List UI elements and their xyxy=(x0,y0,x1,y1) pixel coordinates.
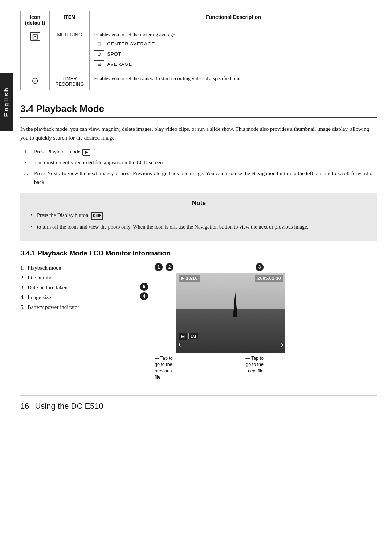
table-row: ⊡ METERING Enables you to set the meteri… xyxy=(21,29,377,73)
col-header-icon: Icon (default) xyxy=(21,11,50,29)
spot-label: SPOT xyxy=(107,49,121,59)
side-tab: English xyxy=(0,73,13,131)
average-label: AVERAGE xyxy=(107,60,132,69)
col-header-desc: Functional Description xyxy=(90,11,377,29)
section-divider xyxy=(20,117,377,118)
note-title: Note xyxy=(30,200,367,207)
list-item: 3. Press Next › to view the next image, … xyxy=(24,169,377,186)
timer-item: TIMERRECORDING xyxy=(50,73,90,90)
timer-icon: ◎ xyxy=(32,76,38,84)
center-avg-icon: ⊡ xyxy=(94,40,104,48)
metering-desc: Enables you to set the metering average.… xyxy=(90,29,377,73)
footer: 16 Using the DC E510 xyxy=(20,395,377,411)
callout-circle-5: 5 xyxy=(140,283,148,291)
callout-circle-2: 2 xyxy=(166,263,173,271)
table-row: ◎ TIMERRECORDING Enables you to set the … xyxy=(21,73,377,90)
list-item: 2. The most recently recorded file appea… xyxy=(24,158,377,167)
footer-title: Using the DC E510 xyxy=(35,402,103,411)
center-avg-label: CENTER AVERAGE xyxy=(107,39,155,49)
right-column: 1 2 3 5 4 xyxy=(133,263,377,381)
section-3-4-heading: 3.4 Playback Mode xyxy=(20,103,377,114)
play-icon xyxy=(181,276,184,281)
tap-labels: — Tap togo to thepreviousfile — Tap togo… xyxy=(155,355,264,381)
list-item: 4. Image size xyxy=(20,293,122,302)
timer-desc: Enables you to set the camera to start r… xyxy=(90,73,377,90)
features-table: Icon (default) Item Functional Descripti… xyxy=(20,11,377,90)
list-item: 1. Press Playback mode ▶ . xyxy=(24,147,377,156)
list-item: 1. Playback mode xyxy=(20,263,122,273)
nav-arrow-left: ‹ xyxy=(178,338,181,350)
tap-next-label: — Tap togo to thenext file xyxy=(245,355,264,381)
lcd-screen: 5 4 10/10 xyxy=(155,273,285,353)
tap-previous-label: — Tap togo to thepreviousfile xyxy=(155,355,173,381)
playback-icon: ▶ xyxy=(82,149,90,156)
lcd-top-bar: 10/10 2005.01.30 xyxy=(176,273,285,283)
lcd-date: 2005.01.30 xyxy=(255,275,283,282)
two-col-layout: 1. Playback mode 2. File number 3. Date … xyxy=(20,263,377,381)
steps-list: 1. Press Playback mode ▶ . 2. The most r… xyxy=(24,147,377,186)
callout-circle-4: 4 xyxy=(140,292,148,300)
spot-icon: ⊙ xyxy=(94,50,104,58)
lcd-diagram: 1 2 3 5 4 xyxy=(133,263,285,381)
callout-circle-1: 1 xyxy=(155,263,163,271)
metering-icon: ⊡ xyxy=(30,32,40,41)
callout-circle-3: 3 xyxy=(256,263,264,271)
list-item: 5. Battery power indicator xyxy=(20,302,122,312)
numbered-list: 1. Playback mode 2. File number 3. Date … xyxy=(20,263,122,312)
note-bullets: Press the Display button DISP to turn of… xyxy=(30,211,367,231)
list-item: 2. File number xyxy=(20,273,122,283)
section-3-4-intro: In the playback mode, you can view, magn… xyxy=(20,125,377,142)
side-tab-label: English xyxy=(3,87,10,117)
average-icon: ⊟ xyxy=(94,60,104,68)
note-box: Note Press the Display button DISP to tu… xyxy=(20,193,377,241)
section-3-4-1-heading: 3.4.1 Playback Mode LCD Monitor Informat… xyxy=(20,249,377,257)
list-item: 3. Date picture taken xyxy=(20,283,122,293)
nav-arrow-right: › xyxy=(281,338,284,350)
metering-item: METERING xyxy=(50,29,90,73)
col-header-item: Item xyxy=(50,11,90,29)
disp-badge: DISP xyxy=(91,212,103,220)
lcd-image: 10/10 2005.01.30 ⊞ 1M ‹ › xyxy=(176,273,285,353)
page-number: 16 xyxy=(20,402,29,411)
lcd-bottom-bar: ⊞ 1M xyxy=(176,333,285,340)
list-item: to turn off the icons and view the photo… xyxy=(30,223,367,231)
list-item: Press the Display button DISP xyxy=(30,211,367,220)
lcd-play-number: 10/10 xyxy=(179,275,200,282)
left-column: 1. Playback mode 2. File number 3. Date … xyxy=(20,263,122,312)
size-badge: 1M xyxy=(188,333,198,339)
land xyxy=(176,309,285,353)
